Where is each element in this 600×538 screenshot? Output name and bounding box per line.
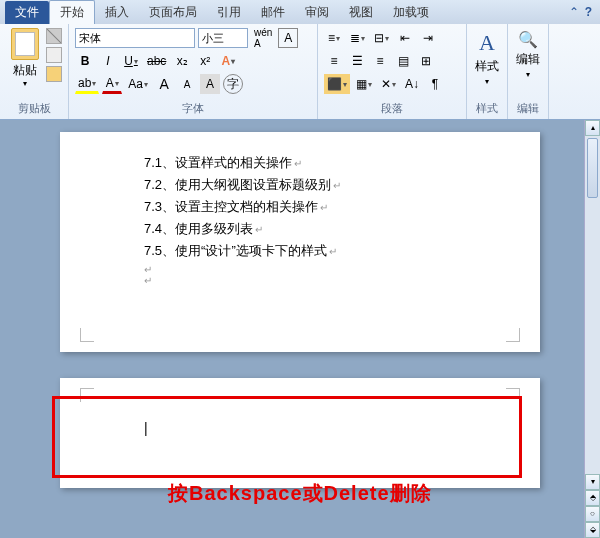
font-size-select[interactable] [198, 28, 248, 48]
group-label-editing: 编辑 [512, 100, 544, 117]
phonetic-guide-icon[interactable]: wénA [251, 28, 275, 48]
edit-btn-label: 编辑 [516, 51, 540, 68]
tab-home[interactable]: 开始 [49, 0, 95, 24]
shrink-font-button[interactable]: A [177, 74, 197, 94]
cut-icon[interactable] [46, 28, 62, 44]
page-corner-mark [506, 328, 520, 342]
subscript-button[interactable]: x₂ [172, 51, 192, 71]
browse-object-button[interactable]: ○ [585, 506, 600, 522]
ribbon-group-clipboard: 粘贴 ▾ 剪贴板 [0, 24, 69, 119]
italic-button[interactable]: I [98, 51, 118, 71]
styles-icon: A [479, 30, 495, 56]
numbering-button[interactable]: ≣ [347, 28, 368, 48]
ribbon-group-paragraph: ≡ ≣ ⊟ ⇤ ⇥ ≡ ☰ ≡ ▤ ⊞ ⬛ ▦ ✕ A↓ ¶ 段落 [318, 24, 467, 119]
tab-mail[interactable]: 邮件 [251, 1, 295, 24]
doc-line[interactable]: 7.2、使用大纲视图设置标题级别 [144, 176, 508, 194]
annotation-text: 按Backspace或Delete删除 [168, 480, 432, 507]
tab-review[interactable]: 审阅 [295, 1, 339, 24]
document-area[interactable]: 7.1、设置样式的相关操作 7.2、使用大纲视图设置标题级别 7.3、设置主控文… [0, 120, 600, 538]
strikethrough-button[interactable]: abc [144, 51, 169, 71]
font-name-select[interactable] [75, 28, 195, 48]
decrease-indent-button[interactable]: ⇤ [395, 28, 415, 48]
scroll-thumb[interactable] [587, 138, 598, 198]
align-right-button[interactable]: ≡ [370, 51, 390, 71]
borders-button[interactable]: ▦ [353, 74, 375, 94]
ribbon: 粘贴 ▾ 剪贴板 wénA A B I U abc x₂ [0, 24, 600, 120]
sort-button[interactable]: A↓ [402, 74, 422, 94]
align-center-button[interactable]: ☰ [347, 51, 367, 71]
bullets-button[interactable]: ≡ [324, 28, 344, 48]
group-label-font: 字体 [73, 100, 313, 117]
ribbon-group-editing: 🔍 编辑 ▾ 编辑 [508, 24, 549, 119]
copy-icon[interactable] [46, 47, 62, 63]
paragraph-mark[interactable]: ↵ [144, 275, 508, 286]
spacing-button[interactable]: ✕ [378, 74, 399, 94]
group-label-clipboard: 剪贴板 [4, 100, 64, 117]
highlight-button[interactable]: ab [75, 74, 99, 94]
tab-view[interactable]: 视图 [339, 1, 383, 24]
ribbon-group-styles: A 样式 ▾ 样式 [467, 24, 508, 119]
paste-button[interactable]: 粘贴 ▾ [6, 28, 44, 88]
page-1[interactable]: 7.1、设置样式的相关操作 7.2、使用大纲视图设置标题级别 7.3、设置主控文… [60, 132, 540, 352]
font-color-button[interactable]: A [102, 74, 122, 94]
justify-button[interactable]: ▤ [393, 51, 413, 71]
tab-bar: 文件 开始 插入 页面布局 引用 邮件 审阅 视图 加载项 ⌃ ? [0, 0, 600, 24]
increase-indent-button[interactable]: ⇥ [418, 28, 438, 48]
bold-button[interactable]: B [75, 51, 95, 71]
doc-line[interactable]: 7.3、设置主控文档的相关操作 [144, 198, 508, 216]
styles-btn-label: 样式 [475, 58, 499, 75]
doc-line[interactable]: 7.4、使用多级列表 [144, 220, 508, 238]
grow-font-button[interactable]: A [154, 74, 174, 94]
tab-insert[interactable]: 插入 [95, 1, 139, 24]
prev-page-button[interactable]: ⬘ [585, 490, 600, 506]
distribute-button[interactable]: ⊞ [416, 51, 436, 71]
find-icon: 🔍 [518, 30, 538, 49]
tab-layout[interactable]: 页面布局 [139, 1, 207, 24]
group-label-paragraph: 段落 [322, 100, 462, 117]
paste-label: 粘贴 [13, 62, 37, 79]
change-case-button[interactable]: Aa [125, 74, 151, 94]
page-corner-mark [80, 328, 94, 342]
styles-button[interactable]: A 样式 ▾ [471, 26, 503, 90]
show-marks-button[interactable]: ¶ [425, 74, 445, 94]
scroll-up-button[interactable]: ▴ [585, 120, 600, 136]
doc-line[interactable]: 7.5、使用“设计”选项卡下的样式 [144, 242, 508, 260]
tab-file[interactable]: 文件 [5, 1, 49, 24]
minimize-ribbon-icon[interactable]: ⌃ [569, 5, 579, 19]
char-shading-button[interactable]: A [200, 74, 220, 94]
text-effects-button[interactable]: A [218, 51, 238, 71]
tab-reference[interactable]: 引用 [207, 1, 251, 24]
doc-line[interactable]: 7.1、设置样式的相关操作 [144, 154, 508, 172]
char-border-icon[interactable]: A [278, 28, 298, 48]
paragraph-mark[interactable]: ↵ [144, 264, 508, 275]
annotation-highlight-box [52, 396, 522, 478]
underline-button[interactable]: U [121, 51, 141, 71]
tab-addins[interactable]: 加载项 [383, 1, 439, 24]
vertical-scrollbar[interactable]: ▴ ▾ ⬘ ○ ⬙ [584, 120, 600, 538]
enclose-char-button[interactable]: 字 [223, 74, 243, 94]
shading-button[interactable]: ⬛ [324, 74, 350, 94]
help-icon[interactable]: ? [585, 5, 592, 19]
next-page-button[interactable]: ⬙ [585, 522, 600, 538]
multilevel-list-button[interactable]: ⊟ [371, 28, 392, 48]
clipboard-icon [11, 28, 39, 60]
editing-button[interactable]: 🔍 编辑 ▾ [512, 26, 544, 83]
superscript-button[interactable]: x² [195, 51, 215, 71]
group-label-styles: 样式 [471, 100, 503, 117]
format-painter-icon[interactable] [46, 66, 62, 82]
scroll-down-button[interactable]: ▾ [585, 474, 600, 490]
ribbon-group-font: wénA A B I U abc x₂ x² A ab A Aa A A A 字 [69, 24, 318, 119]
align-left-button[interactable]: ≡ [324, 51, 344, 71]
